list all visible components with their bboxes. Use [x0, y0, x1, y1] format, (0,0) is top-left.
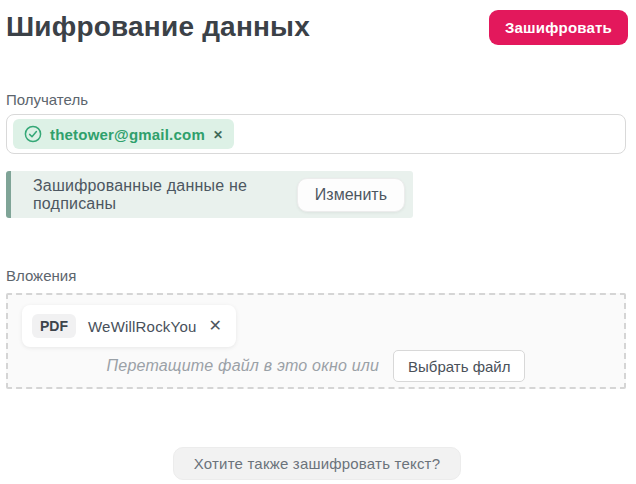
choose-file-button[interactable]: Выбрать файл [393, 350, 525, 382]
page-header: Шифрование данных Зашифровать [6, 8, 628, 48]
footer: Хотите также зашифровать текст? [6, 447, 628, 480]
drop-hint-text: Перетащите файл в это окно или [107, 357, 380, 375]
file-list: PDF WeWillRockYou ✕ [22, 305, 610, 347]
remove-file-icon[interactable]: ✕ [208, 318, 221, 334]
page-title: Шифрование данных [6, 8, 310, 46]
encrypt-button[interactable]: Зашифровать [489, 10, 628, 45]
recipient-field[interactable]: thetower@gmail.com ✕ [6, 114, 626, 154]
recipient-email-chip: thetower@gmail.com ✕ [13, 119, 234, 149]
encrypt-text-also-button[interactable]: Хотите также зашифровать текст? [173, 447, 461, 480]
drop-hint-row: Перетащите файл в это окно или Выбрать ф… [22, 350, 610, 382]
file-name: WeWillRockYou [88, 318, 196, 335]
signature-status-banner: Зашифрованные данные не подписаны Измени… [6, 171, 413, 218]
attachments-label: Вложения [6, 267, 628, 284]
attached-file-card: PDF WeWillRockYou ✕ [22, 305, 236, 347]
file-type-badge: PDF [32, 314, 76, 338]
recipient-label: Получатель [6, 91, 628, 108]
remove-recipient-icon[interactable]: ✕ [213, 128, 223, 141]
verified-check-circle-icon [24, 125, 42, 143]
signature-status-message: Зашифрованные данные не подписаны [33, 177, 297, 213]
recipient-email-text: thetower@gmail.com [50, 126, 205, 143]
encryption-page: Шифрование данных Зашифровать Получатель… [0, 0, 636, 484]
file-dropzone[interactable]: PDF WeWillRockYou ✕ Перетащите файл в эт… [6, 293, 626, 389]
change-signature-button[interactable]: Изменить [297, 178, 405, 212]
